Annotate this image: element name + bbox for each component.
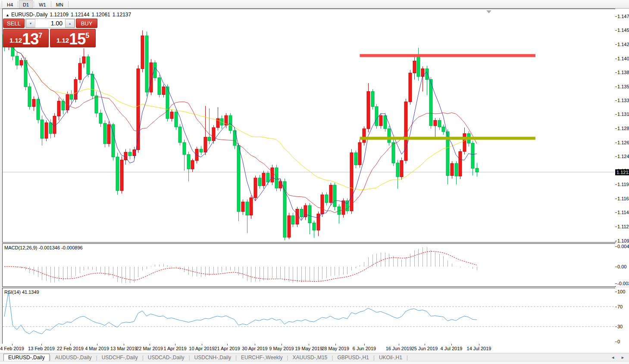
rsi-label: RSI(14) 41.1349 [4, 289, 39, 295]
timeframe-button-D1[interactable]: D1 [19, 0, 33, 8]
price-axis-label: 1.11465 [617, 210, 629, 215]
date-tick [227, 344, 228, 345]
price-tick [615, 16, 617, 17]
buy-price-big: 15 [69, 31, 85, 47]
date-tick [451, 344, 452, 345]
macd-axis-label: -0.003715 [617, 281, 629, 286]
price-axis-label: 1.14030 [617, 56, 629, 61]
date-axis-label: 30 Apr 2019 [242, 346, 267, 351]
ohlc-high: 1.12144 [71, 12, 89, 18]
macd-canvas[interactable] [3, 244, 615, 286]
price-axis-label: 1.12400 [617, 154, 629, 159]
date-axis-label: 21 Apr 2019 [214, 346, 240, 351]
rsi-tick [615, 342, 617, 342]
sell-price-big: 13 [22, 31, 38, 47]
date-axis-label: 13 Mar 2019 [110, 346, 137, 351]
date-tick [425, 344, 425, 345]
date-tick [399, 344, 399, 345]
price-axis-label: 1.11230 [617, 224, 629, 229]
current-price-box: 1.12137 [615, 169, 629, 175]
volume-increase-button[interactable]: ▲ [65, 19, 75, 28]
price-axis-label: 1.14265 [617, 42, 629, 47]
ohlc-close: 1.12137 [113, 12, 131, 18]
price-tick [615, 100, 617, 101]
macd-axis-label: 0.004465 [617, 244, 629, 249]
chart-tab-EURCHF-Weekly[interactable]: EURCHF-,Weekly [237, 354, 287, 361]
toolbar-separator [68, 1, 69, 7]
trading-platform-window: H4D1W1MN 1.147351.145001.142651.140301.1… [0, 0, 629, 364]
chart-tab-USDCAD-Daily[interactable]: USDCAD-,Daily [144, 354, 189, 361]
price-axis-label: 1.13565 [617, 84, 629, 89]
date-tick [202, 344, 202, 345]
volume-decrease-button[interactable]: ▼ [26, 19, 35, 28]
date-axis-label: 6 Jun 2019 [353, 346, 376, 351]
date-tick [255, 344, 255, 345]
toolbar-separator [34, 1, 34, 7]
ohlc-low: 1.12061 [91, 12, 110, 18]
price-tick [615, 59, 617, 59]
timeframe-button-W1[interactable]: W1 [35, 0, 50, 8]
volume-spinner: ▼ ▲ [25, 19, 75, 28]
one-click-trading-widget: SELL ▼ ▲ BUY 1.12137 1.12155 [3, 19, 97, 47]
timeframe-button-MN[interactable]: MN [52, 0, 67, 8]
price-tick [615, 30, 617, 31]
tab-separator: | [407, 355, 408, 361]
date-axis-label: 13 Feb 2019 [28, 346, 55, 351]
date-tick [41, 344, 42, 345]
chart-tab-GBPUSD-H1[interactable]: GBPUSD-,H1 [333, 354, 373, 361]
chart-tab-EURUSD-Daily[interactable]: EURUSD-,Daily [3, 354, 50, 362]
price-axis-label: 1.13800 [617, 70, 629, 75]
date-tick [12, 344, 13, 345]
tabs-scroll-left-icon[interactable]: ◄ [611, 355, 615, 360]
price-tick [615, 72, 617, 73]
sell-price-sup: 7 [38, 25, 42, 47]
price-axis-label: 1.11930 [617, 182, 629, 187]
price-axis-label: 1.14735 [617, 14, 629, 19]
rsi-axis: 10070300 [615, 288, 629, 344]
date-axis-label: 28 May 2019 [322, 346, 349, 351]
rsi-tick [615, 292, 617, 292]
price-axis-label: 1.12630 [617, 140, 629, 145]
macd-pane[interactable]: MACD(12,26,9) -0.001346 -0.000896 [2, 243, 616, 287]
date-tick [150, 344, 150, 345]
rsi-tick [615, 307, 617, 307]
chart-tab-USDCHF-Daily[interactable]: USDCHF-,Daily [97, 354, 142, 361]
date-axis-label: 1 Apr 2019 [163, 346, 186, 351]
macd-tick [615, 283, 617, 284]
sell-price-prefix: 1.12 [9, 34, 22, 47]
macd-tick [615, 246, 617, 247]
chart-tab-USDCNH-Daily[interactable]: USDCNH-,Daily [190, 354, 235, 361]
symbol-marker-icon: ▲ [6, 13, 9, 17]
price-tick [615, 156, 617, 157]
chart-tab-XAUUSD-M15[interactable]: XAUUSD-,M15 [288, 354, 332, 361]
chart-shift-marker-icon[interactable] [486, 10, 491, 13]
chart-tab-bar: EURUSD-,Daily|AUDUSD-,Daily|USDCHF-,Dail… [0, 353, 629, 361]
price-tick [615, 241, 617, 241]
chart-tab-UKOil-H1[interactable]: UKOil-,H1 [375, 354, 407, 361]
rsi-canvas[interactable] [3, 288, 615, 343]
price-tick [615, 128, 617, 129]
buy-price-prefix: 1.12 [56, 34, 69, 47]
rsi-axis-label: 70 [617, 304, 623, 309]
macd-tick [615, 267, 617, 267]
tabs-scroll-right-icon[interactable]: ► [621, 355, 625, 360]
date-axis-label: 4 Mar 2019 [85, 346, 109, 351]
toolbar-separator [51, 1, 51, 7]
sell-button[interactable]: SELL [3, 19, 25, 28]
date-axis-label: 22 Feb 2019 [57, 346, 84, 351]
date-axis-label: 19 May 2019 [295, 346, 322, 351]
date-tick [479, 344, 479, 345]
price-tick [615, 199, 617, 199]
chart-tab-AUDUSD-Daily[interactable]: AUDUSD-,Daily [51, 354, 96, 361]
symbol-name: EURUSD-,Daily [11, 12, 48, 18]
toolbar-separator [2, 1, 2, 7]
price-tick [615, 184, 617, 185]
price-axis-label: 1.12865 [617, 126, 629, 131]
price-axis-label: 1.13100 [617, 112, 629, 117]
date-tick [335, 344, 336, 345]
status-strip [0, 361, 629, 364]
rsi-pane[interactable]: RSI(14) 41.1349 [2, 288, 616, 345]
sell-price-panel[interactable]: 1.12137 [3, 29, 49, 47]
timeframe-button-H4[interactable]: H4 [3, 0, 17, 8]
buy-price-panel[interactable]: 1.12155 [50, 29, 96, 47]
